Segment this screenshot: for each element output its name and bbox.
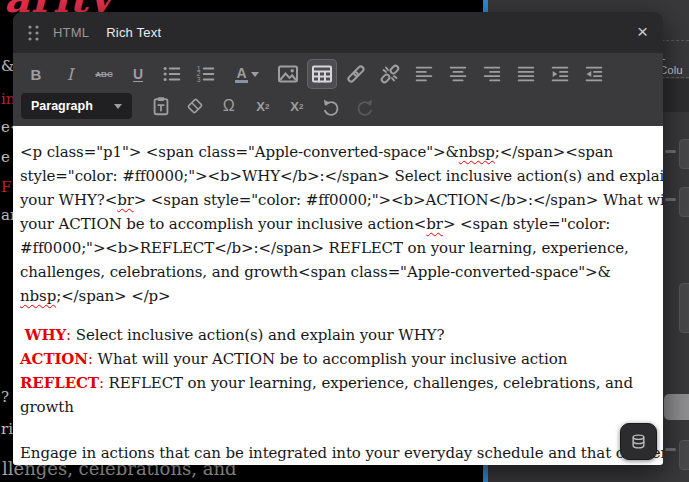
background-text-fragment: ri bbox=[1, 420, 13, 438]
paragraph-format-dropdown[interactable]: Paragraph bbox=[21, 93, 132, 119]
subscript-base: X bbox=[290, 99, 299, 114]
superscript-exp: 2 bbox=[265, 102, 269, 111]
text-segment: > <span style="color: #ff0000;"><b>ACTIO… bbox=[134, 191, 663, 209]
underline-button[interactable]: U bbox=[123, 59, 153, 89]
text-segment: growth bbox=[20, 398, 74, 416]
insert-table-button[interactable] bbox=[307, 59, 337, 89]
svg-text:3: 3 bbox=[197, 76, 201, 83]
screen: i-Colu arity &ine<eFar?ri llenges, celeb… bbox=[0, 0, 689, 482]
text-segment: Engage in actions that can be integrated… bbox=[20, 444, 663, 462]
outdent-button[interactable] bbox=[545, 59, 575, 89]
text-segment: #ff0000;"><b>REFLECT</b>:</span> REFLECT… bbox=[20, 239, 629, 257]
bullet-list-button[interactable] bbox=[157, 59, 187, 89]
link-button[interactable] bbox=[341, 59, 371, 89]
background-text-fragment: & bbox=[1, 57, 13, 75]
undo-button[interactable] bbox=[316, 91, 346, 121]
insert-image-button[interactable] bbox=[273, 59, 303, 89]
panel-field-dash bbox=[665, 150, 676, 153]
text-line: #ff0000;"><b>REFLECT</b>:</span> REFLECT… bbox=[20, 239, 657, 263]
text-segment: your WHY?< bbox=[20, 191, 117, 209]
eraser-icon bbox=[184, 95, 206, 117]
text-line: <p class="p1"> <span class="Apple-conver… bbox=[20, 143, 657, 167]
align-left-button[interactable] bbox=[409, 59, 439, 89]
text-segment: nbsp bbox=[459, 143, 495, 161]
numbered-list-button[interactable]: 123 bbox=[191, 59, 221, 89]
chevron-down-icon bbox=[114, 104, 122, 109]
italic-button[interactable]: I bbox=[55, 59, 85, 89]
rich-text-editor-dialog: HTML Rich Text × B I ABC U bbox=[13, 12, 663, 465]
panel-field-box[interactable] bbox=[679, 283, 689, 333]
background-text-fragment: ? bbox=[1, 388, 9, 406]
clear-formatting-button[interactable] bbox=[180, 91, 210, 121]
editor-content-area[interactable]: <p class="p1"> <span class="Apple-conver… bbox=[13, 126, 663, 465]
justify-button[interactable] bbox=[511, 59, 541, 89]
paragraph-format-value: Paragraph bbox=[31, 99, 93, 113]
text-segment: ;</span><span bbox=[495, 143, 613, 161]
superscript-base: X bbox=[256, 99, 265, 114]
image-icon bbox=[276, 62, 300, 86]
second-paragraph: Engage in actions that can be integrated… bbox=[20, 444, 657, 465]
database-button[interactable] bbox=[620, 423, 657, 460]
unlink-button[interactable] bbox=[375, 59, 405, 89]
superscript-button[interactable]: X2 bbox=[248, 91, 278, 121]
align-right-icon bbox=[481, 63, 503, 85]
panel-field-dash bbox=[665, 198, 676, 201]
paste-as-text-button[interactable] bbox=[146, 91, 176, 121]
text-segment: WHY bbox=[25, 326, 66, 344]
editor-toolbar: B I ABC U 123 bbox=[13, 53, 663, 126]
editor-header: HTML Rich Text × bbox=[13, 12, 663, 53]
close-icon[interactable]: × bbox=[637, 20, 648, 44]
toolbar-row-2: Paragraph bbox=[21, 91, 655, 121]
background-text-fragments: &ine<eFar?ri bbox=[0, 0, 13, 482]
redo-button[interactable] bbox=[350, 91, 380, 121]
panel-light-button[interactable] bbox=[664, 394, 689, 420]
text-segment: What will your ACTION be to accomplish y… bbox=[93, 350, 567, 368]
text-segment: REFLECT on your learning, experience, ch… bbox=[104, 374, 633, 392]
indent-icon bbox=[583, 63, 605, 85]
undo-icon bbox=[320, 95, 342, 117]
text-segment: > <span style="color: bbox=[443, 215, 610, 233]
panel-field-box[interactable] bbox=[679, 440, 689, 470]
subscript-button[interactable]: X2 bbox=[282, 91, 312, 121]
text-line: ACTION: What will your ACTION be to acco… bbox=[20, 350, 657, 374]
code-paragraph: <p class="p1"> <span class="Apple-conver… bbox=[20, 143, 657, 311]
chevron-down-icon bbox=[251, 72, 259, 77]
align-right-button[interactable] bbox=[477, 59, 507, 89]
tab-html[interactable]: HTML bbox=[53, 25, 89, 40]
background-text-fragment: e< bbox=[1, 118, 13, 136]
background-text-fragment: in bbox=[1, 90, 13, 108]
align-center-icon bbox=[447, 63, 469, 85]
text-line: challenges, celebrations, and growth<spa… bbox=[20, 263, 657, 287]
panel-field-dash bbox=[665, 448, 676, 451]
panel-field-box[interactable] bbox=[679, 139, 689, 169]
tab-rich-text[interactable]: Rich Text bbox=[106, 25, 161, 40]
strikethrough-button[interactable]: ABC bbox=[89, 59, 119, 89]
special-character-button[interactable]: Ω bbox=[214, 91, 244, 121]
panel-field-box[interactable] bbox=[679, 187, 689, 217]
text-line: your WHY?<br> <span style="color: #ff000… bbox=[20, 191, 657, 215]
align-center-button[interactable] bbox=[443, 59, 473, 89]
text-segment: Select inclusive action(s) and explain y… bbox=[71, 326, 444, 344]
text-segment: ;</span> </p> bbox=[56, 287, 170, 305]
background-text-fragment: e bbox=[1, 148, 10, 166]
drag-handle-icon[interactable] bbox=[27, 24, 40, 42]
text-line: style="color: #ff0000;"><b>WHY</b>:</spa… bbox=[20, 167, 657, 191]
text-segment: nbsp bbox=[20, 287, 56, 305]
text-segment: style="color: #ff0000;"><b>WHY</b>:</spa… bbox=[20, 167, 663, 185]
text-segment: your ACTION be to accomplish your inclus… bbox=[20, 215, 426, 233]
justify-icon bbox=[515, 63, 537, 85]
table-icon bbox=[310, 62, 334, 86]
text-segment: REFLECT bbox=[20, 374, 99, 392]
text-line: WHY: Select inclusive action(s) and expl… bbox=[20, 326, 657, 350]
text-line: REFLECT: REFLECT on your learning, exper… bbox=[20, 374, 657, 398]
text-segment: ACTION bbox=[20, 350, 88, 368]
subscript-sub: 2 bbox=[299, 102, 303, 111]
text-color-label: A bbox=[235, 66, 247, 83]
text-segment: br bbox=[117, 191, 134, 209]
bullet-list-icon bbox=[161, 63, 183, 85]
outdent-icon bbox=[549, 63, 571, 85]
text-color-button[interactable]: A bbox=[225, 59, 269, 89]
indent-button[interactable] bbox=[579, 59, 609, 89]
bold-button[interactable]: B bbox=[21, 59, 51, 89]
clipboard-paste-icon bbox=[150, 95, 172, 117]
